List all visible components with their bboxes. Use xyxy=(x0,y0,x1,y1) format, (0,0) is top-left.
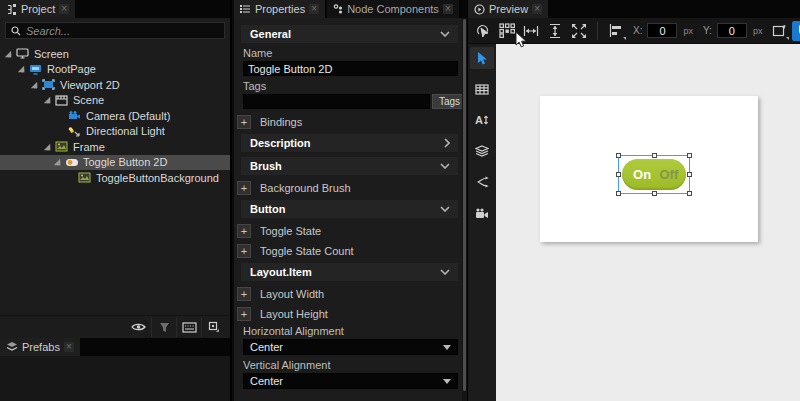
expander-icon[interactable] xyxy=(42,96,52,104)
resize-handle-bottom-center[interactable] xyxy=(652,191,657,196)
tree-item-screen[interactable]: Screen xyxy=(0,46,230,62)
close-icon[interactable]: × xyxy=(59,4,69,14)
section-button[interactable]: Button xyxy=(241,200,458,218)
grid-list-tool-button[interactable] xyxy=(470,78,494,100)
y-unit-label: px xyxy=(753,26,763,36)
layout-width-row: + Layout Width xyxy=(237,286,467,301)
magnet-icon xyxy=(796,24,800,38)
expander-icon[interactable] xyxy=(16,65,26,73)
close-icon[interactable]: × xyxy=(443,4,453,14)
tab-node-components[interactable]: Node Components × xyxy=(327,0,459,18)
toggle-state-label: Toggle State xyxy=(260,225,321,237)
chevron-down-icon xyxy=(440,269,450,275)
scene-icon xyxy=(54,94,69,106)
layers-icon xyxy=(475,145,489,157)
visibility-eye-button[interactable] xyxy=(126,318,151,337)
resize-handle-middle-left[interactable] xyxy=(616,172,621,177)
add-toggle-state-button[interactable]: + xyxy=(237,224,251,238)
interaction-tool-button[interactable] xyxy=(472,21,494,41)
toggle-button-2d-node[interactable]: On Off xyxy=(622,159,686,190)
text-tool-button[interactable]: A xyxy=(470,109,494,131)
on-screen-keyboard-button[interactable] xyxy=(176,318,201,337)
tree-item-rootpage[interactable]: RootPage xyxy=(0,62,230,78)
resize-handle-top-center[interactable] xyxy=(652,153,657,158)
resize-handle-bottom-left[interactable] xyxy=(616,191,621,196)
section-layout-item[interactable]: Layout.Item xyxy=(241,263,458,281)
display-options-button[interactable] xyxy=(201,318,226,337)
expander-icon[interactable] xyxy=(3,50,13,58)
tree-item-directional-light[interactable]: Directional Light xyxy=(0,124,230,140)
tab-project[interactable]: Project × xyxy=(0,0,75,18)
section-brush[interactable]: Brush xyxy=(241,157,458,175)
add-layout-height-button[interactable]: + xyxy=(237,307,251,321)
mouse-cursor xyxy=(515,31,527,49)
expander-icon[interactable] xyxy=(52,158,62,166)
name-field[interactable] xyxy=(243,61,458,76)
add-toggle-state-count-button[interactable]: + xyxy=(237,244,251,258)
project-footer-toolbar xyxy=(0,315,230,338)
tree-item-scene[interactable]: Scene xyxy=(0,93,230,109)
vertical-alignment-value: Center xyxy=(250,375,283,387)
close-icon[interactable]: × xyxy=(309,4,319,14)
fit-screen-tool-button[interactable] xyxy=(568,21,590,41)
tree-item-label: Frame xyxy=(73,141,105,153)
project-search[interactable] xyxy=(5,22,225,39)
section-general[interactable]: General xyxy=(241,25,458,43)
tree-item-togglebuttonbackground[interactable]: ToggleButtonBackground xyxy=(0,170,230,186)
filter-button[interactable] xyxy=(151,318,176,337)
tags-field[interactable] xyxy=(243,94,430,109)
chevron-down-icon xyxy=(440,206,450,212)
close-icon[interactable]: × xyxy=(64,342,74,352)
tree-item-frame[interactable]: Frame xyxy=(0,139,230,155)
name-label: Name xyxy=(243,47,467,59)
prefabs-panel-body xyxy=(0,356,230,401)
camera-tool-button[interactable] xyxy=(470,202,494,224)
transform-mode-button[interactable] xyxy=(768,21,790,41)
y-coordinate-input[interactable] xyxy=(717,23,747,38)
layout-width-label: Layout Width xyxy=(260,288,324,300)
properties-scrollbar[interactable] xyxy=(462,18,467,401)
project-tab-label: Project xyxy=(21,3,55,15)
properties-tab-label: Properties xyxy=(255,3,305,15)
x-coordinate-input[interactable] xyxy=(647,23,677,38)
tab-prefabs[interactable]: Prefabs × xyxy=(0,338,80,356)
tree-item-camera[interactable]: Camera (Default) xyxy=(0,108,230,124)
alignment-tool-button[interactable] xyxy=(605,21,627,41)
horizontal-alignment-label: Horizontal Alignment xyxy=(243,325,467,337)
vertical-alignment-dropdown[interactable]: Center xyxy=(243,373,458,389)
transform-rect-icon xyxy=(772,24,787,38)
close-icon[interactable]: × xyxy=(532,4,542,14)
fit-height-tool-button[interactable] xyxy=(544,21,566,41)
state-flow-tool-button[interactable] xyxy=(470,171,494,193)
horizontal-alignment-dropdown[interactable]: Center xyxy=(243,339,458,355)
add-background-brush-button[interactable]: + xyxy=(237,181,251,195)
node-components-tab-icon xyxy=(333,4,343,15)
expander-icon[interactable] xyxy=(29,81,39,89)
preview-tab-icon xyxy=(474,4,485,15)
tree-item-toggle-button-2d[interactable]: Toggle Button 2D xyxy=(0,155,230,171)
expander-icon[interactable] xyxy=(42,143,52,151)
select-tool-button[interactable] xyxy=(470,47,494,69)
project-tab-icon xyxy=(6,4,17,15)
preview-panel: Preview × xyxy=(468,0,800,401)
tree-item-viewport-2d[interactable]: Viewport 2D xyxy=(0,77,230,93)
tags-label: Tags xyxy=(243,80,467,92)
selection-bounding-box[interactable]: On Off xyxy=(618,155,690,194)
resize-handle-middle-right[interactable] xyxy=(687,172,692,177)
align-left-icon xyxy=(609,24,624,37)
tab-preview[interactable]: Preview × xyxy=(468,0,548,18)
layers-tool-button[interactable] xyxy=(470,140,494,162)
tab-properties[interactable]: Properties × xyxy=(234,0,325,18)
search-input[interactable] xyxy=(26,25,219,37)
scrollbar-thumb[interactable] xyxy=(463,19,466,391)
resize-handle-bottom-right[interactable] xyxy=(687,191,692,196)
section-title: Layout.Item xyxy=(250,266,312,278)
resize-handle-top-left[interactable] xyxy=(616,153,621,158)
preview-canvas[interactable]: On Off xyxy=(496,44,800,401)
add-binding-button[interactable]: + xyxy=(237,115,251,129)
resize-handle-top-right[interactable] xyxy=(687,153,692,158)
snap-toggle-button[interactable] xyxy=(792,21,800,41)
section-description[interactable]: Description xyxy=(241,134,458,152)
chevron-down-icon xyxy=(440,31,450,37)
add-layout-width-button[interactable]: + xyxy=(237,287,251,301)
